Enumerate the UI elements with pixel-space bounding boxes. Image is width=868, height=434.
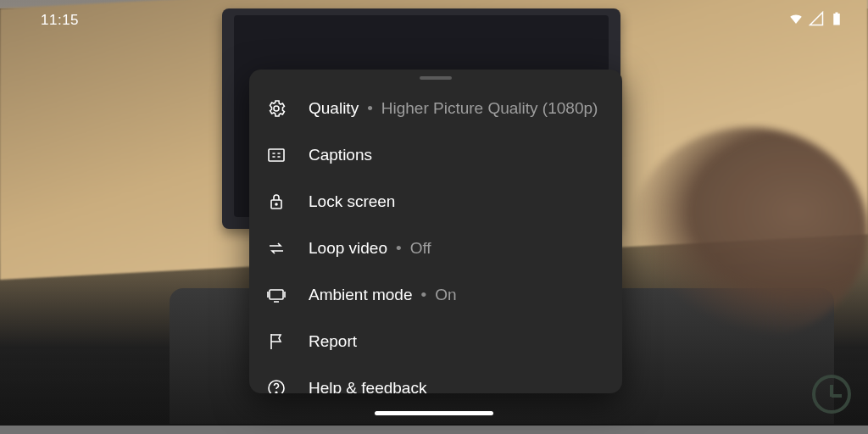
menu-item-help-feedback[interactable]: Help & feedback [249, 364, 622, 393]
separator-dot: • [367, 99, 373, 118]
menu-item-label: Report [309, 332, 357, 351]
lock-icon [266, 192, 309, 212]
menu-item-value: Off [410, 239, 431, 258]
battery-icon [829, 11, 844, 31]
svg-point-6 [275, 392, 277, 393]
svg-point-3 [275, 203, 277, 205]
menu-item-loop-video[interactable]: Loop video • Off [249, 225, 622, 271]
menu-item-captions[interactable]: Captions [249, 131, 622, 178]
menu-item-quality[interactable]: Quality • Higher Picture Quality (1080p) [249, 85, 622, 131]
svg-rect-1 [269, 149, 284, 161]
menu-item-label: Ambient mode [309, 286, 413, 304]
gear-icon [266, 98, 309, 119]
menu-item-ambient-mode[interactable]: Ambient mode • On [249, 271, 622, 318]
status-bar: 11:15 [0, 0, 868, 41]
menu-item-lock-screen[interactable]: Lock screen [249, 178, 622, 225]
status-time: 11:15 [41, 12, 79, 29]
player-settings-sheet: Quality • Higher Picture Quality (1080p)… [249, 70, 622, 393]
gesture-nav-bar[interactable] [375, 411, 493, 415]
watermark-clock-icon [812, 375, 851, 414]
separator-dot: • [396, 239, 402, 258]
signal-icon [809, 11, 824, 31]
loop-icon [266, 238, 309, 259]
svg-rect-4 [270, 290, 283, 299]
menu-item-label: Quality [309, 99, 359, 118]
captions-icon [266, 145, 309, 165]
menu-item-label: Help & feedback [309, 379, 426, 394]
flag-icon [266, 331, 309, 352]
drag-handle[interactable] [420, 76, 452, 80]
ambient-icon [266, 285, 309, 305]
menu-item-label: Captions [309, 146, 372, 164]
wifi-icon [788, 11, 804, 31]
menu-item-report[interactable]: Report [249, 318, 622, 364]
menu-item-value: Higher Picture Quality (1080p) [381, 99, 598, 118]
svg-point-0 [274, 106, 279, 111]
menu-item-value: On [435, 286, 456, 304]
menu-item-label: Loop video [309, 239, 387, 258]
menu-item-label: Lock screen [309, 192, 395, 211]
separator-dot: • [421, 286, 427, 304]
help-icon [266, 378, 309, 394]
